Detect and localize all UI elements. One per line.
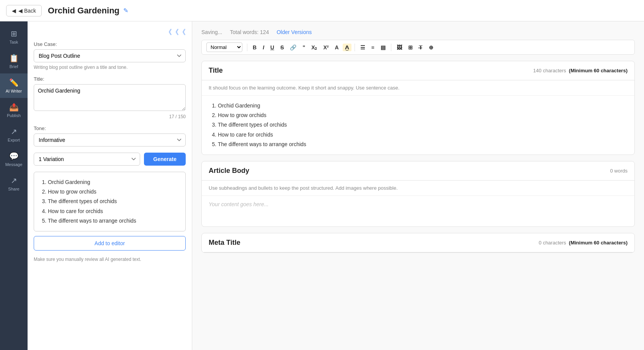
use-case-label: Use Case: [34, 41, 186, 47]
meta-title-meta: 0 characters (Minimum 60 characters) [539, 240, 628, 246]
subscript-button[interactable]: X₂ [309, 43, 319, 52]
generated-list: Orchid Gardening How to grow orchids The… [34, 172, 186, 231]
left-nav: ⊞ Task 📋 Brief ✏️ AI Writer 📤 Publish ↗ … [0, 21, 28, 350]
toolbar-divider-3 [391, 44, 391, 51]
word-count: Total words: 124 [230, 29, 269, 35]
sidebar-collapse-area: 《《《 [34, 28, 186, 37]
editor-toolbar: Normal Heading 1 Heading 2 Heading 3 B I… [201, 40, 635, 55]
publish-icon: 📤 [9, 103, 19, 112]
highlight-button[interactable]: A̲ [343, 44, 351, 51]
topbar: ◀ ◀ Back Orchid Gardening ✎ [0, 0, 644, 21]
sidebar-item-ai-writer[interactable]: ✏️ AI Writer [0, 73, 28, 98]
list-item: How to grow orchids [218, 111, 628, 120]
share-label: Share [8, 187, 19, 191]
share-icon: ↗ [11, 176, 17, 185]
list-item: How to grow orchids [48, 187, 179, 197]
underline-button[interactable]: U [268, 43, 276, 52]
meta-title-header: Meta Title 0 characters (Minimum 60 char… [202, 233, 634, 252]
meta-title-char-count: 0 characters [539, 240, 566, 246]
saving-text: Saving... [201, 29, 222, 35]
sidebar-item-task[interactable]: ⊞ Task [0, 24, 28, 49]
title-char-count: 17 / 150 [34, 114, 186, 119]
message-label: Message [5, 162, 23, 167]
list-item: The different types of orchids [48, 197, 179, 206]
sidebar-item-message[interactable]: 💬 Message [0, 147, 28, 171]
image-button[interactable]: 🖼 [394, 43, 404, 52]
page-title-area: Orchid Gardening ✎ [48, 6, 128, 16]
older-versions-link[interactable]: Older Versions [276, 29, 312, 35]
title-input[interactable]: Orchid Gardening [34, 84, 186, 111]
article-body-placeholder[interactable]: Your content goes here... [202, 196, 634, 226]
brief-icon: 📋 [9, 54, 19, 63]
editor-area: Saving... Total words: 124 Older Version… [192, 21, 644, 350]
message-icon: 💬 [9, 151, 19, 161]
sidebar-panel: 《《《 Use Case: Blog Post Outline Article … [28, 21, 192, 350]
toolbar-divider-2 [355, 44, 355, 51]
title-section-meta: 140 characters (Minimum 60 characters) [533, 68, 628, 73]
sidebar-item-brief[interactable]: 📋 Brief [0, 49, 28, 73]
sidebar-item-publish[interactable]: 📤 Publish [0, 98, 28, 122]
bold-button[interactable]: B [250, 43, 259, 52]
list-item: Orchid Gardening [48, 177, 179, 187]
toolbar-divider [247, 44, 247, 51]
font-color-button[interactable]: A [332, 43, 341, 52]
title-section-header: Title 140 characters (Minimum 60 charact… [202, 61, 634, 80]
quote-button[interactable]: " [300, 43, 307, 52]
superscript-button[interactable]: X² [321, 43, 331, 52]
sidebar-item-share[interactable]: ↗ Share [0, 171, 28, 196]
format-select[interactable]: Normal Heading 1 Heading 2 Heading 3 [206, 42, 242, 52]
list-item: The different ways to arrange orchids [218, 140, 628, 149]
tone-section: Tone: Informative Casual Professional Hu… [34, 125, 186, 147]
title-char-count-display: 140 characters [533, 68, 566, 73]
add-to-editor-button[interactable]: Add to editor [34, 236, 186, 251]
list-item: The different ways to arrange orchids [48, 216, 179, 226]
generate-button[interactable]: Generate [144, 153, 186, 166]
ordered-list-button[interactable]: ☰ [358, 43, 368, 52]
use-case-description: Writing blog post outline given a title … [34, 65, 186, 70]
article-body-section: Article Body 0 words Use subheadings and… [201, 161, 635, 227]
task-label: Task [10, 40, 18, 44]
use-case-select[interactable]: Blog Post Outline Article Social Post [34, 49, 186, 62]
collapse-button[interactable]: 《《《 [165, 28, 186, 37]
italic-button[interactable]: I [260, 43, 266, 52]
tone-label: Tone: [34, 125, 186, 131]
title-label: Title: [34, 76, 186, 82]
table-button[interactable]: ⊞ [406, 43, 415, 52]
list-item: How to care for orchids [48, 207, 179, 216]
sidebar-item-export[interactable]: ↗ Export [0, 122, 28, 147]
publish-label: Publish [7, 113, 21, 118]
article-body-hint: Use subheadings and bullets to keep the … [202, 181, 634, 196]
title-min-chars: (Minimum 60 characters) [569, 68, 628, 73]
back-button[interactable]: ◀ ◀ Back [6, 5, 42, 16]
ai-writer-icon: ✏️ [9, 78, 19, 87]
edit-icon[interactable]: ✎ [123, 7, 128, 14]
task-icon: ⊞ [11, 29, 17, 38]
article-body-header: Article Body 0 words [202, 161, 634, 181]
unordered-list-button[interactable]: ≡ [369, 43, 377, 52]
tone-select[interactable]: Informative Casual Professional Humorous [34, 133, 186, 147]
brief-label: Brief [10, 64, 18, 69]
use-case-section: Use Case: Blog Post Outline Article Soci… [34, 41, 186, 70]
meta-title-min-chars: (Minimum 60 characters) [569, 240, 628, 246]
link-button[interactable]: 🔗 [288, 43, 299, 52]
ai-writer-label: AI Writer [6, 89, 22, 93]
export-label: Export [8, 138, 20, 142]
insert-button[interactable]: ⊕ [427, 43, 436, 52]
meta-title-section: Meta Title 0 characters (Minimum 60 char… [201, 233, 635, 253]
title-section-hint: It should focus on the learning outcome.… [202, 80, 634, 96]
article-body-title: Article Body [209, 167, 249, 175]
list-item: The different types of orchids [218, 120, 628, 130]
align-button[interactable]: ▤ [378, 43, 388, 52]
strikethrough-button[interactable]: S [278, 43, 286, 52]
back-icon: ◀ [12, 8, 16, 14]
list-item: How to care for orchids [218, 130, 628, 140]
editor-topbar: Saving... Total words: 124 Older Version… [201, 29, 635, 35]
page-title: Orchid Gardening [48, 6, 119, 16]
variation-select[interactable]: 1 Variation 2 Variations 3 Variations [34, 153, 140, 166]
meta-title-title: Meta Title [209, 239, 240, 247]
title-section-content[interactable]: Orchid Gardening How to grow orchids The… [202, 96, 634, 155]
clear-format-button[interactable]: T̶ [417, 43, 425, 52]
back-label: ◀ Back [18, 8, 36, 14]
article-body-meta: 0 words [610, 168, 628, 174]
title-editor-section: Title 140 characters (Minimum 60 charact… [201, 61, 635, 155]
